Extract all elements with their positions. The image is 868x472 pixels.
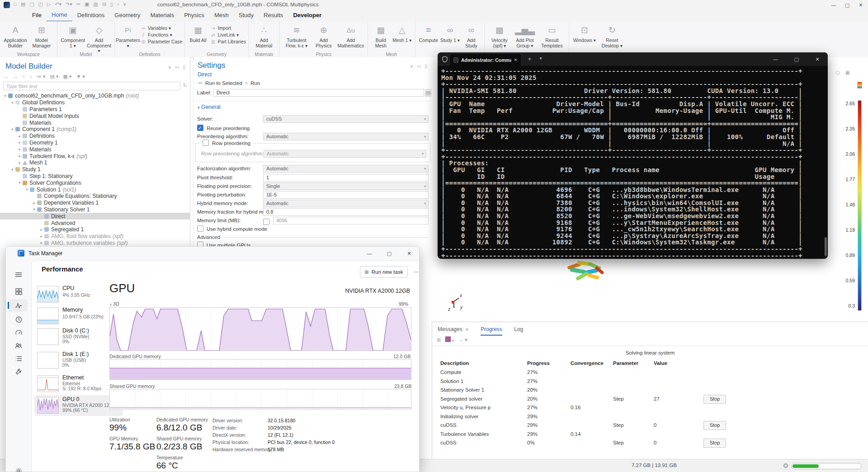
- forward-icon[interactable]: [13, 74, 18, 79]
- tree-item-materials-global[interactable]: Materials: [0, 119, 190, 126]
- turbulent-flow-button[interactable]: Turbulent Flow, k-ε ▾: [282, 23, 311, 48]
- tab-geometry[interactable]: Geometry: [109, 10, 145, 21]
- collapse-all-icon[interactable]: [50, 74, 59, 79]
- tree-item-geometry-1[interactable]: Geometry 1: [0, 140, 190, 146]
- add-plot-group-button[interactable]: Add Plot Group ▾: [512, 23, 538, 48]
- graphics-toolbar-icon-2[interactable]: [845, 70, 849, 75]
- study-1-button[interactable]: Study 1 ▾: [439, 23, 461, 43]
- tab-log[interactable]: Log: [514, 324, 523, 335]
- copy-icon[interactable]: [85, 1, 89, 7]
- add-physics-button[interactable]: Add Physics: [311, 23, 336, 48]
- memory-limit-input[interactable]: 4096: [273, 217, 429, 224]
- rail-startup-apps[interactable]: [9, 326, 28, 339]
- floating-point-precision-dropdown[interactable]: Single: [263, 182, 429, 190]
- close-button[interactable]: [854, 0, 867, 10]
- plot-while-solving-icon[interactable]: [445, 336, 454, 343]
- expand-all-icon[interactable]: [63, 74, 72, 79]
- livelink-button[interactable]: LiveLink ▾: [210, 32, 245, 37]
- add-study-button[interactable]: Add Study: [461, 23, 482, 48]
- hybrid-memory-mode-dropdown[interactable]: Automatic: [263, 200, 429, 207]
- run-icon[interactable]: [47, 1, 51, 7]
- tree-filter-input[interactable]: [3, 82, 180, 90]
- open-file-icon[interactable]: [21, 1, 25, 7]
- parameter-case-button[interactable]: Parameter Case: [141, 39, 182, 44]
- velocity-spf-button[interactable]: Velocity (spf) ▾: [487, 23, 512, 48]
- section-general[interactable]: General: [197, 103, 221, 111]
- tree-item-amg-turbulence[interactable]: AMG, turbulence variables(spf): [0, 240, 190, 247]
- tm-close-button[interactable]: [399, 247, 419, 260]
- collapse-panel-icon[interactable]: [168, 65, 171, 70]
- terminal-minimize-button[interactable]: [765, 52, 786, 66]
- reset-desktop-button[interactable]: Reset Desktop ▾: [598, 23, 627, 48]
- rail-menu-button[interactable]: [9, 268, 28, 281]
- save-icon[interactable]: [29, 1, 34, 7]
- result-templates-button[interactable]: Result Templates: [538, 23, 566, 48]
- move-up-icon[interactable]: [23, 74, 25, 79]
- label-options-button[interactable]: [425, 89, 431, 97]
- tree-item-solution-1[interactable]: Solution 1(sol1): [0, 186, 190, 193]
- save-as-icon[interactable]: [38, 1, 42, 7]
- preordering-algorithm-dropdown[interactable]: Automatic: [263, 133, 429, 140]
- rail-app-history[interactable]: [9, 313, 28, 326]
- tree-item-compile-equations[interactable]: Compile Equations: Stationary: [0, 193, 190, 200]
- new-tab-icon[interactable]: [528, 56, 531, 62]
- tab-results[interactable]: Results: [259, 10, 288, 21]
- mesh-1-button[interactable]: Mesh 1 ▾: [392, 23, 413, 43]
- add-component-button[interactable]: Add Component ▾: [86, 23, 112, 54]
- tree-item-definitions[interactable]: Definitions: [0, 133, 190, 140]
- build-all-button[interactable]: Build All: [187, 23, 208, 43]
- tree-item-advanced[interactable]: Advanced: [0, 220, 190, 226]
- tm-minimize-button[interactable]: [359, 247, 379, 260]
- undo-icon[interactable]: [55, 1, 61, 7]
- reuse-preordering-checkbox[interactable]: Reuse preordering: [197, 125, 250, 132]
- terminal-tab[interactable]: Administrator: Command Pro: [449, 53, 522, 66]
- label-field-input[interactable]: Direct: [213, 89, 424, 97]
- import-button[interactable]: Import: [210, 25, 245, 31]
- functions-button[interactable]: Functions ▾: [141, 32, 182, 37]
- tab-developer[interactable]: Developer: [288, 10, 326, 21]
- legend-icon[interactable]: [857, 82, 862, 89]
- tree-item-global-definitions[interactable]: Global Definitions: [0, 99, 190, 106]
- tm-maximize-button[interactable]: [379, 247, 399, 260]
- parameters-button[interactable]: Parameters ▾: [117, 23, 139, 48]
- add-material-button[interactable]: Add Material: [251, 23, 277, 48]
- collapse-panel-icon[interactable]: [410, 64, 413, 69]
- pivot-threshold-input[interactable]: 1: [263, 174, 429, 182]
- solver-dropdown[interactable]: cuDSS: [263, 115, 429, 123]
- rail-processes[interactable]: [9, 285, 28, 298]
- model-manager-button[interactable]: Model Manager: [28, 23, 55, 48]
- row-preordering-algorithm-dropdown[interactable]: Automatic: [264, 150, 426, 158]
- tree-item-direct[interactable]: Direct: [0, 213, 190, 220]
- tree-item-component-1[interactable]: Component 1(comp1): [0, 126, 190, 133]
- tab-file[interactable]: File: [27, 10, 47, 21]
- tree-item-study-1[interactable]: Study 1: [0, 166, 190, 173]
- stop-button[interactable]: Stop: [703, 395, 726, 404]
- variables-button[interactable]: Variables ▾: [141, 25, 182, 31]
- compute-button[interactable]: Compute: [418, 23, 439, 43]
- rail-details[interactable]: [9, 352, 28, 365]
- tab-progress[interactable]: Progress: [481, 324, 502, 336]
- tab-mesh[interactable]: Mesh: [209, 10, 234, 21]
- graphics-toolbar-icon-1[interactable]: [835, 70, 840, 75]
- stop-button[interactable]: Stop: [703, 421, 726, 430]
- tree-item-turbulent-flow[interactable]: Turbulent Flow, k-ε(spf): [0, 153, 190, 159]
- new-file-icon[interactable]: [14, 1, 17, 7]
- terminal-scrollbar[interactable]: [825, 237, 827, 256]
- tab-messages[interactable]: Messages: [438, 324, 469, 335]
- delete-icon[interactable]: [110, 1, 113, 7]
- more-options-button[interactable]: ...: [414, 267, 419, 274]
- tree-item-materials-comp[interactable]: Materials: [0, 146, 190, 153]
- terminal-maximize-button[interactable]: [786, 52, 807, 66]
- open-report-icon[interactable]: [437, 337, 441, 343]
- minimize-button[interactable]: [827, 0, 840, 10]
- maximize-button[interactable]: [841, 0, 854, 10]
- part-libraries-button[interactable]: Part Libraries: [210, 39, 245, 44]
- cut-icon[interactable]: [76, 1, 80, 7]
- chart1-label[interactable]: 3D: [109, 301, 119, 307]
- run-to-selected-button[interactable]: Run to Selected: [205, 80, 242, 86]
- tab-materials[interactable]: Materials: [145, 10, 179, 21]
- add-mathematics-button[interactable]: Add Mathematics: [336, 23, 365, 48]
- float-panel-icon[interactable]: [417, 64, 421, 69]
- tree-item-dependent-variables[interactable]: Dependent Variables 1: [0, 200, 190, 206]
- show-options-icon[interactable]: [37, 74, 46, 79]
